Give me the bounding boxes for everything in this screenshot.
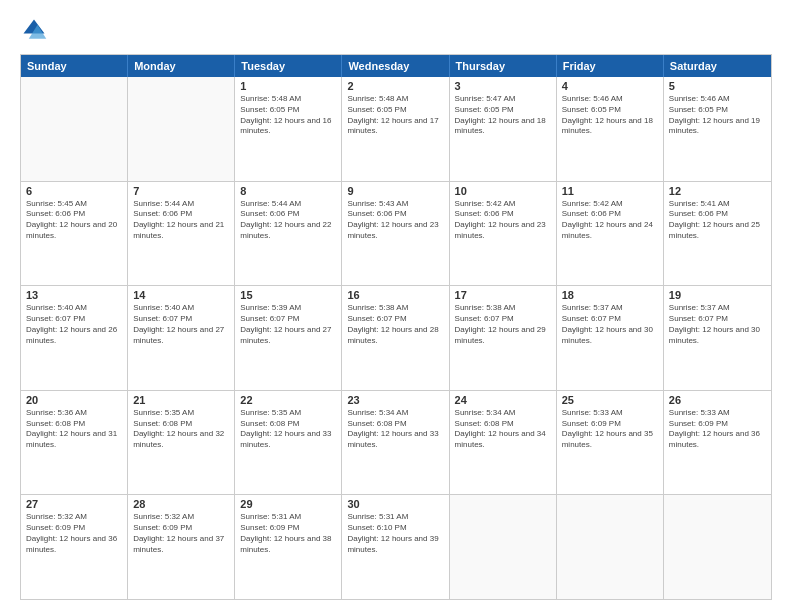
cell-sun-info: Sunrise: 5:33 AMSunset: 6:09 PMDaylight:… <box>669 408 766 451</box>
calendar-cell: 18Sunrise: 5:37 AMSunset: 6:07 PMDayligh… <box>557 286 664 390</box>
calendar-cell: 20Sunrise: 5:36 AMSunset: 6:08 PMDayligh… <box>21 391 128 495</box>
cell-sun-info: Sunrise: 5:46 AMSunset: 6:05 PMDaylight:… <box>669 94 766 137</box>
cell-date-number: 8 <box>240 185 336 197</box>
calendar-week-5: 27Sunrise: 5:32 AMSunset: 6:09 PMDayligh… <box>21 495 771 599</box>
calendar-cell <box>450 495 557 599</box>
cell-date-number: 18 <box>562 289 658 301</box>
calendar-day-header: Friday <box>557 55 664 77</box>
calendar-cell: 3Sunrise: 5:47 AMSunset: 6:05 PMDaylight… <box>450 77 557 181</box>
calendar-day-header: Monday <box>128 55 235 77</box>
calendar-cell: 29Sunrise: 5:31 AMSunset: 6:09 PMDayligh… <box>235 495 342 599</box>
calendar-cell: 27Sunrise: 5:32 AMSunset: 6:09 PMDayligh… <box>21 495 128 599</box>
cell-date-number: 12 <box>669 185 766 197</box>
cell-date-number: 14 <box>133 289 229 301</box>
logo <box>20 16 52 44</box>
calendar-cell: 21Sunrise: 5:35 AMSunset: 6:08 PMDayligh… <box>128 391 235 495</box>
calendar-day-header: Saturday <box>664 55 771 77</box>
cell-date-number: 28 <box>133 498 229 510</box>
cell-sun-info: Sunrise: 5:41 AMSunset: 6:06 PMDaylight:… <box>669 199 766 242</box>
cell-date-number: 2 <box>347 80 443 92</box>
calendar-week-4: 20Sunrise: 5:36 AMSunset: 6:08 PMDayligh… <box>21 391 771 496</box>
calendar-cell: 12Sunrise: 5:41 AMSunset: 6:06 PMDayligh… <box>664 182 771 286</box>
cell-sun-info: Sunrise: 5:43 AMSunset: 6:06 PMDaylight:… <box>347 199 443 242</box>
calendar-cell: 13Sunrise: 5:40 AMSunset: 6:07 PMDayligh… <box>21 286 128 390</box>
cell-date-number: 3 <box>455 80 551 92</box>
cell-sun-info: Sunrise: 5:35 AMSunset: 6:08 PMDaylight:… <box>133 408 229 451</box>
calendar-cell: 24Sunrise: 5:34 AMSunset: 6:08 PMDayligh… <box>450 391 557 495</box>
cell-sun-info: Sunrise: 5:32 AMSunset: 6:09 PMDaylight:… <box>26 512 122 555</box>
cell-date-number: 17 <box>455 289 551 301</box>
cell-sun-info: Sunrise: 5:38 AMSunset: 6:07 PMDaylight:… <box>455 303 551 346</box>
cell-sun-info: Sunrise: 5:39 AMSunset: 6:07 PMDaylight:… <box>240 303 336 346</box>
cell-sun-info: Sunrise: 5:40 AMSunset: 6:07 PMDaylight:… <box>26 303 122 346</box>
cell-date-number: 26 <box>669 394 766 406</box>
calendar-cell <box>664 495 771 599</box>
cell-date-number: 16 <box>347 289 443 301</box>
calendar-cell: 11Sunrise: 5:42 AMSunset: 6:06 PMDayligh… <box>557 182 664 286</box>
cell-sun-info: Sunrise: 5:35 AMSunset: 6:08 PMDaylight:… <box>240 408 336 451</box>
calendar-cell: 16Sunrise: 5:38 AMSunset: 6:07 PMDayligh… <box>342 286 449 390</box>
calendar-cell <box>557 495 664 599</box>
cell-date-number: 23 <box>347 394 443 406</box>
cell-sun-info: Sunrise: 5:44 AMSunset: 6:06 PMDaylight:… <box>133 199 229 242</box>
calendar-cell: 17Sunrise: 5:38 AMSunset: 6:07 PMDayligh… <box>450 286 557 390</box>
calendar-cell: 2Sunrise: 5:48 AMSunset: 6:05 PMDaylight… <box>342 77 449 181</box>
cell-date-number: 9 <box>347 185 443 197</box>
calendar-cell: 22Sunrise: 5:35 AMSunset: 6:08 PMDayligh… <box>235 391 342 495</box>
cell-date-number: 22 <box>240 394 336 406</box>
calendar-cell <box>128 77 235 181</box>
calendar-cell: 6Sunrise: 5:45 AMSunset: 6:06 PMDaylight… <box>21 182 128 286</box>
calendar-day-header: Sunday <box>21 55 128 77</box>
cell-sun-info: Sunrise: 5:37 AMSunset: 6:07 PMDaylight:… <box>562 303 658 346</box>
cell-date-number: 7 <box>133 185 229 197</box>
calendar-day-header: Wednesday <box>342 55 449 77</box>
cell-sun-info: Sunrise: 5:34 AMSunset: 6:08 PMDaylight:… <box>347 408 443 451</box>
cell-date-number: 30 <box>347 498 443 510</box>
cell-sun-info: Sunrise: 5:31 AMSunset: 6:10 PMDaylight:… <box>347 512 443 555</box>
calendar-cell: 28Sunrise: 5:32 AMSunset: 6:09 PMDayligh… <box>128 495 235 599</box>
cell-sun-info: Sunrise: 5:36 AMSunset: 6:08 PMDaylight:… <box>26 408 122 451</box>
calendar-week-3: 13Sunrise: 5:40 AMSunset: 6:07 PMDayligh… <box>21 286 771 391</box>
calendar-cell: 15Sunrise: 5:39 AMSunset: 6:07 PMDayligh… <box>235 286 342 390</box>
calendar-cell: 9Sunrise: 5:43 AMSunset: 6:06 PMDaylight… <box>342 182 449 286</box>
cell-sun-info: Sunrise: 5:44 AMSunset: 6:06 PMDaylight:… <box>240 199 336 242</box>
calendar-cell: 5Sunrise: 5:46 AMSunset: 6:05 PMDaylight… <box>664 77 771 181</box>
cell-date-number: 10 <box>455 185 551 197</box>
calendar-day-header: Tuesday <box>235 55 342 77</box>
cell-date-number: 1 <box>240 80 336 92</box>
cell-date-number: 25 <box>562 394 658 406</box>
calendar-cell: 10Sunrise: 5:42 AMSunset: 6:06 PMDayligh… <box>450 182 557 286</box>
calendar-cell: 25Sunrise: 5:33 AMSunset: 6:09 PMDayligh… <box>557 391 664 495</box>
page: SundayMondayTuesdayWednesdayThursdayFrid… <box>0 0 792 612</box>
cell-sun-info: Sunrise: 5:42 AMSunset: 6:06 PMDaylight:… <box>562 199 658 242</box>
cell-sun-info: Sunrise: 5:33 AMSunset: 6:09 PMDaylight:… <box>562 408 658 451</box>
calendar-day-header: Thursday <box>450 55 557 77</box>
cell-date-number: 24 <box>455 394 551 406</box>
calendar-cell: 1Sunrise: 5:48 AMSunset: 6:05 PMDaylight… <box>235 77 342 181</box>
cell-sun-info: Sunrise: 5:46 AMSunset: 6:05 PMDaylight:… <box>562 94 658 137</box>
cell-date-number: 6 <box>26 185 122 197</box>
cell-date-number: 11 <box>562 185 658 197</box>
calendar-cell: 8Sunrise: 5:44 AMSunset: 6:06 PMDaylight… <box>235 182 342 286</box>
calendar-cell <box>21 77 128 181</box>
cell-sun-info: Sunrise: 5:47 AMSunset: 6:05 PMDaylight:… <box>455 94 551 137</box>
calendar-header: SundayMondayTuesdayWednesdayThursdayFrid… <box>21 55 771 77</box>
calendar-cell: 26Sunrise: 5:33 AMSunset: 6:09 PMDayligh… <box>664 391 771 495</box>
cell-sun-info: Sunrise: 5:45 AMSunset: 6:06 PMDaylight:… <box>26 199 122 242</box>
calendar-cell: 23Sunrise: 5:34 AMSunset: 6:08 PMDayligh… <box>342 391 449 495</box>
cell-sun-info: Sunrise: 5:37 AMSunset: 6:07 PMDaylight:… <box>669 303 766 346</box>
cell-sun-info: Sunrise: 5:34 AMSunset: 6:08 PMDaylight:… <box>455 408 551 451</box>
cell-sun-info: Sunrise: 5:48 AMSunset: 6:05 PMDaylight:… <box>347 94 443 137</box>
calendar-week-1: 1Sunrise: 5:48 AMSunset: 6:05 PMDaylight… <box>21 77 771 182</box>
cell-date-number: 21 <box>133 394 229 406</box>
calendar-cell: 19Sunrise: 5:37 AMSunset: 6:07 PMDayligh… <box>664 286 771 390</box>
calendar-cell: 30Sunrise: 5:31 AMSunset: 6:10 PMDayligh… <box>342 495 449 599</box>
calendar-week-2: 6Sunrise: 5:45 AMSunset: 6:06 PMDaylight… <box>21 182 771 287</box>
cell-date-number: 27 <box>26 498 122 510</box>
cell-sun-info: Sunrise: 5:48 AMSunset: 6:05 PMDaylight:… <box>240 94 336 137</box>
cell-date-number: 20 <box>26 394 122 406</box>
header <box>20 16 772 44</box>
cell-date-number: 5 <box>669 80 766 92</box>
cell-sun-info: Sunrise: 5:31 AMSunset: 6:09 PMDaylight:… <box>240 512 336 555</box>
calendar-body: 1Sunrise: 5:48 AMSunset: 6:05 PMDaylight… <box>21 77 771 599</box>
